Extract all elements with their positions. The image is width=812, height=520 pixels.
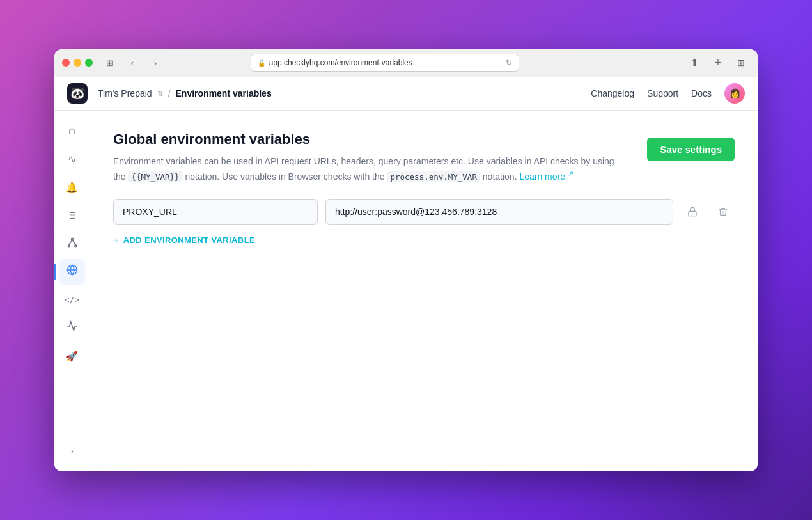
save-settings-button[interactable]: Save settings (647, 138, 735, 161)
lock-variable-button[interactable] (681, 200, 704, 223)
header-left: Global environment variables Environment… (113, 131, 632, 184)
sidebar-expand-button[interactable]: › (59, 438, 85, 464)
code-icon: </> (65, 295, 79, 304)
new-tab-button[interactable]: + (709, 56, 727, 70)
checks-icon: ∿ (68, 153, 76, 165)
forward-button[interactable]: › (146, 56, 164, 70)
minimize-button[interactable] (74, 59, 81, 67)
add-icon: + (113, 235, 120, 246)
variables-list (113, 199, 735, 225)
rocket-icon: 🚀 (66, 351, 78, 362)
integrations-icon (66, 237, 78, 250)
traffic-lights (62, 59, 93, 67)
page-breadcrumb: Environment variables (176, 88, 272, 98)
reload-icon[interactable]: ↻ (506, 58, 512, 67)
svg-point-0 (71, 238, 73, 240)
delete-variable-button[interactable] (712, 200, 735, 223)
close-button[interactable] (62, 59, 70, 67)
monitor-icon: 🖥 (67, 210, 77, 221)
sidebar-item-home[interactable]: ⌂ (59, 118, 85, 144)
code-snippet-2: process.env.MY_VAR (387, 171, 480, 182)
description-part3: notation. (483, 171, 517, 182)
back-button[interactable]: ‹ (123, 56, 141, 70)
app-logo: 🐼 (67, 83, 88, 104)
svg-point-2 (74, 245, 76, 247)
sidebar-item-monitors[interactable]: 🖥 (59, 203, 85, 228)
url-text: app.checklyhq.com/environment-variables (269, 58, 412, 67)
lock-icon (687, 207, 698, 217)
breadcrumb-separator: / (168, 88, 171, 98)
globe-icon (66, 264, 78, 279)
avatar[interactable]: 👩 (724, 83, 745, 104)
description-part2: notation. Use variables in Browser check… (185, 171, 385, 182)
sidebar-toggle-button[interactable]: ⊞ (100, 56, 118, 70)
variable-value-input[interactable] (325, 199, 673, 225)
sidebar-item-alerts[interactable]: 🔔 (59, 175, 85, 200)
svg-point-1 (68, 245, 70, 247)
browser-actions: ⬆ + ⊞ (686, 56, 750, 70)
page-title: Global environment variables (113, 131, 632, 148)
main-layout: ⌂ ∿ 🔔 🖥 (54, 111, 758, 471)
breadcrumb: Tim's Prepaid ⇅ / Environment variables (98, 88, 272, 98)
home-icon: ⌂ (68, 124, 75, 138)
docs-link[interactable]: Docs (691, 88, 712, 98)
top-nav: 🐼 Tim's Prepaid ⇅ / Environment variable… (54, 77, 758, 111)
variable-row (113, 199, 735, 225)
learn-more-link[interactable]: Learn more (519, 171, 565, 182)
sidebar-item-code[interactable]: </> (59, 287, 85, 313)
external-link-icon: ↗ (568, 169, 574, 177)
variable-key-input[interactable] (113, 199, 318, 225)
bell-icon: 🔔 (66, 182, 78, 193)
workspace-selector[interactable]: Tim's Prepaid (98, 88, 152, 98)
svg-rect-7 (689, 211, 696, 216)
trash-icon (718, 207, 728, 217)
svg-line-4 (72, 240, 75, 245)
lock-icon: 🔒 (258, 59, 265, 67)
header-row: Global environment variables Environment… (113, 131, 735, 184)
sidebar-item-checks[interactable]: ∿ (59, 146, 85, 172)
sidebar-item-deploy[interactable]: 🚀 (59, 343, 85, 369)
workspace-chevron-icon[interactable]: ⇅ (157, 90, 163, 98)
sidebar-item-analytics[interactable] (59, 315, 85, 341)
browser-window: ⊞ ‹ › 🔒 app.checklyhq.com/environment-va… (54, 49, 758, 471)
grid-button[interactable]: ⊞ (732, 56, 750, 70)
page-description: Environment variables can be used in API… (113, 154, 625, 184)
sidebar-item-integrations[interactable] (59, 231, 85, 256)
support-link[interactable]: Support (647, 88, 678, 98)
app-container: 🐼 Tim's Prepaid ⇅ / Environment variable… (54, 77, 758, 471)
changelog-link[interactable]: Changelog (591, 88, 634, 98)
browser-toolbar: ⊞ ‹ › 🔒 app.checklyhq.com/environment-va… (54, 49, 758, 77)
address-bar[interactable]: 🔒 app.checklyhq.com/environment-variable… (251, 54, 519, 72)
sidebar: ⌂ ∿ 🔔 🖥 (54, 111, 90, 471)
top-nav-right: Changelog Support Docs 👩 (591, 83, 745, 104)
code-snippet-1: {{MY_VAR}} (128, 171, 182, 182)
chevron-right-icon: › (70, 446, 74, 456)
chart-icon (66, 320, 78, 335)
sidebar-item-env-vars[interactable] (59, 259, 85, 285)
add-variable-label: ADD ENVIRONMENT VARIABLE (123, 235, 255, 245)
svg-line-3 (68, 240, 72, 245)
add-variable-row[interactable]: + ADD ENVIRONMENT VARIABLE (113, 235, 735, 246)
content-area: Global environment variables Environment… (90, 111, 758, 471)
save-section: Save settings (647, 131, 735, 161)
share-button[interactable]: ⬆ (686, 56, 704, 70)
maximize-button[interactable] (85, 59, 93, 67)
